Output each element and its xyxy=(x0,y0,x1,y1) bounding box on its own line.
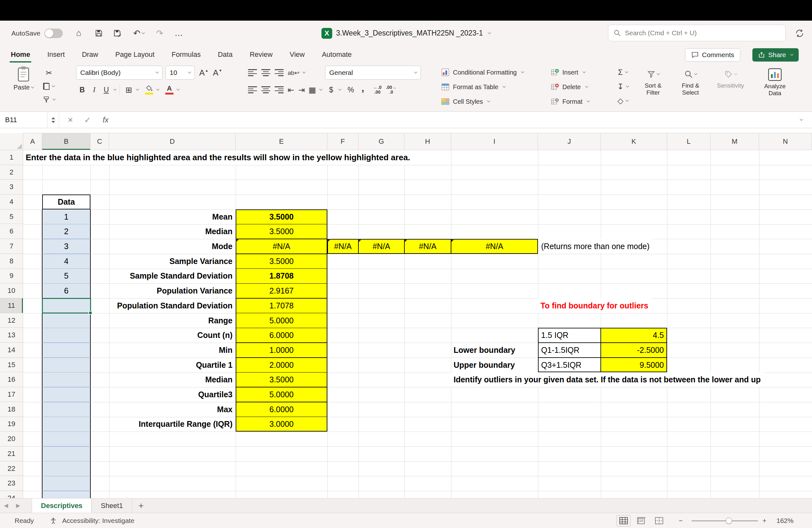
currency-format-button[interactable]: $ xyxy=(325,84,337,96)
previous-sheet-button[interactable]: ◀ xyxy=(0,499,12,513)
cell-H7[interactable]: #N/A xyxy=(404,239,451,254)
cell-E9[interactable]: 1.8708 xyxy=(236,269,327,284)
cell-K13[interactable]: 4.5 xyxy=(601,328,667,343)
sheet-tab-descriptives[interactable]: Descriptives xyxy=(32,499,92,513)
insert-function-button[interactable]: fx xyxy=(98,112,114,128)
cell-E19[interactable]: 3.0000 xyxy=(236,417,327,432)
row-header-21[interactable]: 21 xyxy=(0,446,23,461)
ribbon-tab-automate[interactable]: Automate xyxy=(321,46,353,63)
cell-E13[interactable]: 6.0000 xyxy=(236,328,327,343)
cell-E7[interactable]: #N/A xyxy=(236,239,327,254)
column-header-F[interactable]: F xyxy=(327,133,359,150)
fill-color-button[interactable] xyxy=(143,84,155,96)
fill-handle[interactable] xyxy=(88,311,92,315)
column-header-K[interactable]: K xyxy=(601,133,667,150)
redo-button[interactable]: ↷ xyxy=(156,20,163,46)
name-box-stepper[interactable] xyxy=(47,112,59,128)
share-button[interactable]: Share xyxy=(752,48,799,61)
row-header-6[interactable]: 6 xyxy=(0,224,23,239)
cell-J15[interactable]: Q3+1.5IQR xyxy=(538,358,601,372)
sort-filter-button[interactable]: Sort & Filter xyxy=(636,66,670,111)
cell-B4[interactable]: Data xyxy=(42,195,90,210)
sync-status-icon[interactable] xyxy=(795,20,804,46)
cell-E15[interactable]: 2.0000 xyxy=(236,358,327,372)
ribbon-tab-page-layout[interactable]: Page Layout xyxy=(114,46,156,63)
row-header-7[interactable]: 7 xyxy=(0,239,23,254)
cell-D15[interactable]: Quartile 1 xyxy=(109,358,236,372)
cell-D11[interactable]: Population Standard Deviation xyxy=(109,298,236,313)
sensitivity-button[interactable]: Sensitivity xyxy=(713,66,748,111)
autosave-toggle[interactable] xyxy=(44,20,63,46)
cell-B9[interactable]: 5 xyxy=(42,269,90,284)
cell-B8[interactable]: 4 xyxy=(42,254,90,269)
row-header-18[interactable]: 18 xyxy=(0,402,23,417)
cell-D5[interactable]: Mean xyxy=(109,210,236,224)
cell-E8[interactable]: 3.5000 xyxy=(236,254,327,269)
format-painter-button[interactable] xyxy=(43,93,55,106)
formula-bar-expand-button[interactable] xyxy=(795,112,806,128)
zoom-slider-knob[interactable] xyxy=(726,517,732,524)
cell-B7[interactable]: 3 xyxy=(42,239,90,254)
analyze-data-button[interactable]: Analyze Data xyxy=(757,66,792,111)
cell-E17[interactable]: 5.0000 xyxy=(236,387,327,402)
align-center-icon[interactable] xyxy=(261,86,270,94)
accessibility-status[interactable]: Accessibility: Investigate xyxy=(62,513,134,528)
row-header-14[interactable]: 14 xyxy=(0,343,23,358)
cell-B10[interactable]: 6 xyxy=(42,283,90,298)
row-header-11[interactable]: 11 xyxy=(0,298,23,313)
delete-cells-button[interactable]: Delete xyxy=(550,80,609,94)
column-header-D[interactable]: D xyxy=(109,133,236,150)
column-header-G[interactable]: G xyxy=(359,133,404,150)
column-header-B[interactable]: B xyxy=(42,133,90,150)
column-header-N[interactable]: N xyxy=(759,133,812,150)
row-header-20[interactable]: 20 xyxy=(0,431,23,446)
save-button[interactable] xyxy=(95,20,103,46)
copy-button[interactable] xyxy=(43,80,55,92)
cell-D13[interactable]: Count (n) xyxy=(109,328,236,343)
cell-D7[interactable]: Mode xyxy=(109,239,236,254)
cell-B5[interactable]: 1 xyxy=(42,210,90,224)
align-bottom-icon[interactable] xyxy=(275,69,284,77)
cell-D19[interactable]: Interquartile Range (IQR) xyxy=(109,417,236,432)
clear-button[interactable]: ◇ xyxy=(613,95,633,107)
cell-D10[interactable]: Population Variance xyxy=(109,283,236,298)
number-format-select[interactable]: General xyxy=(325,66,421,80)
normal-view-button[interactable] xyxy=(617,515,630,526)
cell-D8[interactable]: Sample Variance xyxy=(109,254,236,269)
title-chevron-icon[interactable] xyxy=(488,31,491,34)
row-header-22[interactable]: 22 xyxy=(0,461,23,476)
row-header-1[interactable]: 1 xyxy=(0,150,23,165)
insert-cells-button[interactable]: Insert xyxy=(550,66,609,79)
borders-button[interactable]: ⊞ xyxy=(123,84,135,96)
cell-E12[interactable]: 5.0000 xyxy=(236,313,327,328)
column-header-I[interactable]: I xyxy=(451,133,538,150)
comments-button[interactable]: Comments xyxy=(685,48,740,61)
autosum-button[interactable]: Σ xyxy=(613,66,633,79)
column-header-C[interactable]: C xyxy=(90,133,109,150)
font-size-select[interactable]: 10 xyxy=(165,66,195,80)
cell-E10[interactable]: 2.9167 xyxy=(236,283,327,298)
format-cells-button[interactable]: Format xyxy=(550,95,609,109)
column-header-J[interactable]: J xyxy=(538,133,601,150)
decrease-indent-icon[interactable]: ⇤ xyxy=(288,85,294,95)
row-header-5[interactable]: 5 xyxy=(0,210,23,224)
page-break-view-button[interactable] xyxy=(652,513,666,528)
select-all-corner[interactable] xyxy=(0,133,23,150)
more-commands-button[interactable]: … xyxy=(174,20,183,46)
next-sheet-button[interactable]: ▶ xyxy=(12,499,24,513)
cell-E18[interactable]: 6.0000 xyxy=(236,402,327,417)
row-header-17[interactable]: 17 xyxy=(0,387,23,402)
font-color-button[interactable]: A xyxy=(163,84,175,96)
bold-button[interactable]: B xyxy=(76,84,88,96)
ribbon-tab-home[interactable]: Home xyxy=(10,46,31,63)
cell-D12[interactable]: Range xyxy=(109,313,236,328)
font-name-select[interactable]: Calibri (Body) xyxy=(76,66,162,80)
fill-button[interactable]: ↧ xyxy=(613,80,633,93)
format-as-table-button[interactable]: Format as Table xyxy=(441,80,547,94)
row-header-2[interactable]: 2 xyxy=(0,165,23,180)
search-input[interactable]: Search (Cmd + Ctrl + U) xyxy=(608,25,786,41)
cell-I15[interactable]: Upper boundary xyxy=(451,358,538,372)
ribbon-tab-data[interactable]: Data xyxy=(217,46,234,63)
decrease-decimal-button[interactable]: .00→.0 xyxy=(386,85,396,95)
cell-J14[interactable]: Q1-1.5IQR xyxy=(538,343,601,358)
